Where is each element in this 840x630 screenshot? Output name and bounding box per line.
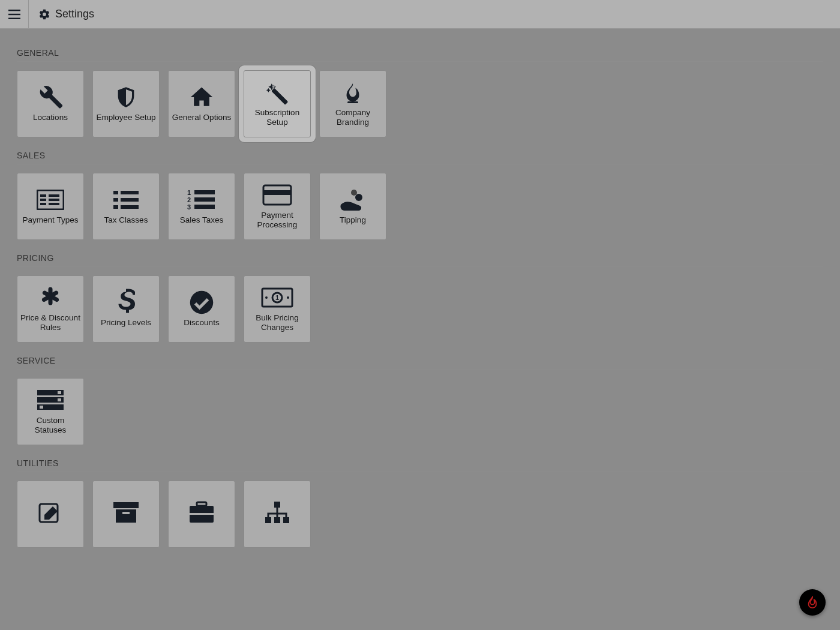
tile-label: Payment Processing: [247, 211, 308, 229]
svg-rect-20: [194, 190, 215, 194]
tile-label: Sales Taxes: [180, 215, 224, 225]
sales-tiles: Payment Types Tax Classes 123 Sales Taxe…: [17, 173, 823, 240]
svg-rect-9: [49, 199, 59, 201]
help-fab[interactable]: [799, 589, 826, 616]
tile-company-branding[interactable]: Company Branding: [319, 70, 386, 137]
svg-rect-12: [113, 198, 118, 202]
tile-price-discount-rules[interactable]: Price & Discount Rules: [17, 275, 84, 343]
asterisk-icon: [34, 286, 67, 310]
section-header-service: SERVICE: [17, 356, 823, 370]
tile-label: Locations: [33, 113, 68, 122]
tile-utility-1[interactable]: [17, 481, 84, 548]
svg-point-31: [265, 296, 268, 299]
svg-rect-49: [283, 517, 289, 523]
svg-rect-46: [274, 502, 280, 508]
tile-label: Employee Setup: [96, 113, 155, 122]
archive-icon: [109, 500, 143, 524]
server-icon: [34, 388, 67, 412]
svg-rect-42: [122, 512, 130, 514]
tile-subscription-setup[interactable]: Subscription Setup: [244, 70, 311, 137]
svg-rect-15: [121, 198, 139, 202]
sitemap-icon: [260, 500, 294, 524]
svg-rect-5: [40, 194, 46, 197]
wrench-icon: [34, 85, 67, 109]
check-circle-icon: [185, 290, 218, 314]
gear-icon: [38, 8, 50, 20]
tile-utility-3[interactable]: [168, 481, 235, 548]
flame-icon: [336, 80, 370, 104]
hamburger-icon: [8, 10, 20, 19]
tile-locations[interactable]: Locations: [17, 70, 84, 137]
tile-tax-classes[interactable]: Tax Classes: [92, 173, 160, 240]
svg-text:2: 2: [187, 196, 191, 203]
svg-rect-2: [8, 17, 20, 19]
tile-label: Subscription Setup: [247, 108, 308, 127]
svg-point-25: [351, 190, 357, 196]
svg-rect-1: [8, 13, 20, 14]
tile-custom-statuses[interactable]: Custom Statuses: [17, 378, 84, 445]
svg-rect-21: [194, 197, 215, 202]
svg-point-27: [190, 291, 214, 314]
svg-point-32: [287, 296, 289, 299]
tile-discounts[interactable]: Discounts: [168, 275, 235, 343]
numbered-list-icon: 123: [185, 188, 218, 212]
svg-rect-0: [8, 10, 20, 11]
svg-rect-45: [190, 513, 214, 515]
svg-rect-13: [113, 205, 118, 209]
title-container: Settings: [29, 8, 94, 20]
section-header-general: GENERAL: [17, 48, 823, 62]
svg-rect-40: [113, 502, 139, 508]
svg-rect-47: [265, 517, 271, 523]
tile-label: Tipping: [340, 215, 366, 225]
svg-rect-10: [49, 203, 59, 205]
tile-payment-types[interactable]: Payment Types: [17, 173, 84, 240]
cash-icon: 1: [260, 286, 294, 310]
tile-bulk-pricing[interactable]: 1 Bulk Pricing Changes: [244, 275, 311, 343]
shield-icon: [109, 85, 143, 109]
settings-content: GENERAL Locations Employee Setup General…: [0, 29, 840, 562]
tile-label: Payment Types: [23, 215, 79, 225]
tile-label: Price & Discount Rules: [20, 313, 81, 332]
tile-employee-setup[interactable]: Employee Setup: [92, 70, 160, 137]
form-icon: [34, 188, 67, 212]
svg-text:1: 1: [275, 294, 279, 301]
tile-tipping[interactable]: Tipping: [319, 173, 386, 240]
svg-rect-38: [40, 406, 43, 409]
tile-pricing-levels[interactable]: Pricing Levels: [92, 275, 160, 343]
pricing-tiles: Price & Discount Rules Pricing Levels Di…: [17, 275, 823, 343]
tile-label: Discounts: [184, 318, 219, 328]
tile-sales-taxes[interactable]: 123 Sales Taxes: [168, 173, 235, 240]
svg-rect-36: [58, 391, 61, 394]
flame-icon: [806, 596, 819, 609]
general-tiles: Locations Employee Setup General Options…: [17, 70, 823, 137]
menu-button[interactable]: [0, 0, 29, 29]
svg-rect-14: [121, 191, 139, 194]
briefcase-icon: [185, 500, 218, 524]
tile-label: Pricing Levels: [101, 318, 151, 328]
edit-note-icon: [34, 500, 67, 524]
tile-label: Tax Classes: [104, 215, 148, 225]
svg-text:3: 3: [187, 203, 191, 211]
tile-general-options[interactable]: General Options: [168, 70, 235, 137]
svg-rect-43: [197, 502, 206, 506]
dollar-icon: [109, 290, 143, 314]
svg-rect-16: [121, 205, 139, 209]
section-header-pricing: PRICING: [17, 253, 823, 267]
section-header-utilities: UTILITIES: [17, 458, 823, 472]
tile-utility-4[interactable]: [244, 481, 311, 548]
tile-payment-processing[interactable]: Payment Processing: [244, 173, 311, 240]
svg-rect-3: [347, 101, 358, 103]
tile-label: General Options: [172, 113, 231, 122]
svg-rect-37: [58, 398, 61, 401]
svg-rect-22: [194, 205, 215, 209]
utilities-tiles: [17, 481, 823, 548]
tile-utility-2[interactable]: [92, 481, 160, 548]
svg-rect-11: [113, 191, 118, 194]
svg-point-26: [355, 194, 362, 201]
svg-rect-6: [40, 199, 46, 201]
magic-wand-icon: [260, 80, 294, 104]
home-icon: [185, 85, 218, 109]
page-title: Settings: [55, 8, 94, 20]
top-bar: Settings: [0, 0, 840, 29]
tile-label: Bulk Pricing Changes: [247, 313, 308, 332]
